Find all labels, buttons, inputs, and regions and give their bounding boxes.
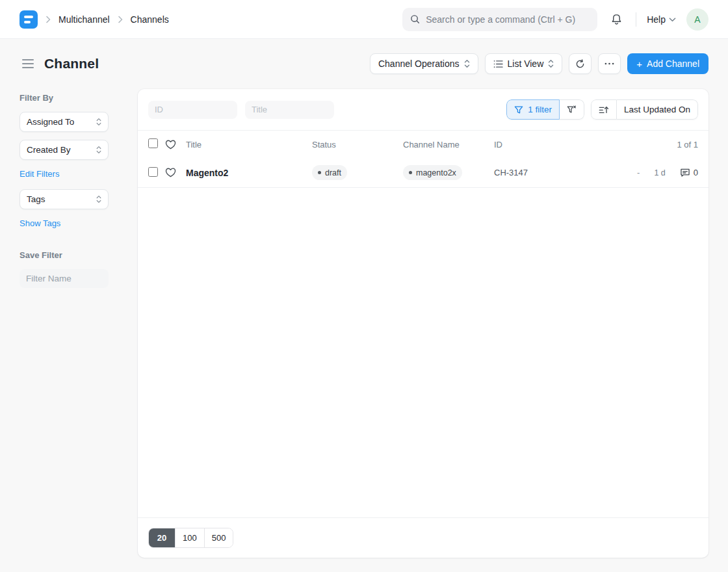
row-title-link[interactable]: Magento2: [186, 168, 312, 178]
filter-sidebar: Filter By Assigned To Created By Edit Fi…: [20, 89, 109, 288]
app-logo-icon[interactable]: [20, 10, 38, 29]
chevron-down-icon: [669, 17, 676, 22]
add-channel-label: Add Channel: [647, 58, 699, 69]
global-search[interactable]: [402, 8, 597, 31]
comment-count[interactable]: 0: [680, 168, 698, 177]
ellipsis-icon: [604, 62, 614, 65]
page-size-20-button[interactable]: 20: [149, 528, 175, 547]
sort-ascending-icon: [599, 105, 609, 114]
like-filter-heart-icon[interactable]: [165, 140, 186, 150]
last-modified: 1 d: [654, 168, 665, 177]
search-icon: [410, 14, 420, 24]
plus-icon: +: [636, 59, 642, 69]
result-count: 1 of 1: [677, 140, 698, 150]
filter-controls: 1 filter Last Updated: [506, 99, 698, 120]
assigned-to-select[interactable]: Assigned To: [20, 112, 109, 132]
search-input[interactable]: [426, 14, 590, 25]
created-by-select[interactable]: Created By: [20, 140, 109, 160]
id-filter-input[interactable]: [148, 101, 237, 119]
active-filters-button[interactable]: 1 filter: [506, 99, 560, 120]
comment-icon: [680, 168, 690, 177]
sort-field-label: Last Updated On: [624, 105, 690, 114]
sort-field-button[interactable]: Last Updated On: [617, 99, 698, 120]
sort-button-group: Last Updated On: [591, 99, 698, 120]
column-channel-name[interactable]: Channel Name: [403, 140, 494, 150]
help-menu-button[interactable]: Help: [647, 14, 676, 25]
list-filter-row: 1 filter Last Updated: [138, 89, 708, 131]
header-actions: Channel Operations List View +: [370, 53, 708, 74]
channel-operations-label: Channel Operations: [378, 58, 460, 69]
like-heart-icon[interactable]: [165, 168, 186, 177]
clear-filters-button[interactable]: [560, 99, 584, 120]
funnel-x-icon: [567, 105, 577, 114]
row-id: CH-3147: [494, 168, 637, 177]
channel-dot-icon: [409, 171, 412, 174]
refresh-icon: [575, 59, 585, 69]
select-caret-icon: [548, 59, 554, 68]
refresh-button[interactable]: [569, 53, 592, 74]
list-header-row: Title Status Channel Name ID 1 of 1: [138, 131, 708, 158]
view-switcher-select[interactable]: List View: [485, 53, 563, 74]
page-header: Channel Channel Operations List View: [0, 39, 728, 75]
status-dot-icon: [318, 171, 321, 174]
table-row[interactable]: Magento2 draft magento2x CH-3147 - 1 d: [138, 158, 708, 188]
filter-count-label: 1 filter: [528, 105, 552, 114]
select-caret-icon: [96, 195, 101, 203]
more-actions-button[interactable]: [598, 53, 621, 74]
save-filter-label: Save Filter: [20, 250, 109, 260]
user-avatar[interactable]: A: [686, 8, 708, 31]
column-id[interactable]: ID: [494, 140, 677, 150]
breadcrumb-channels[interactable]: Channels: [131, 14, 169, 25]
bell-icon: [610, 13, 623, 25]
list-view-icon: [493, 60, 503, 68]
notifications-button[interactable]: [608, 10, 625, 28]
tags-label: Tags: [27, 194, 46, 204]
help-label: Help: [647, 14, 666, 25]
breadcrumb-chevron-icon: [43, 16, 53, 23]
show-tags-link[interactable]: Show Tags: [20, 218, 60, 228]
sort-direction-button[interactable]: [591, 99, 617, 120]
created-by-label: Created By: [27, 145, 71, 155]
filter-by-label: Filter By: [20, 93, 109, 103]
filter-name-input[interactable]: [20, 269, 109, 288]
status-badge: draft: [312, 165, 347, 180]
title-filter-input[interactable]: [245, 101, 334, 119]
channel-name-badge: magento2x: [403, 165, 462, 180]
filter-button-group: 1 filter: [506, 99, 584, 120]
navbar: Multichannel Channels Help A: [0, 0, 728, 39]
add-channel-button[interactable]: + Add Channel: [627, 53, 708, 74]
row-meta: - 1 d 0: [637, 168, 698, 177]
page-size-100-button[interactable]: 100: [175, 528, 204, 547]
page-size-group: 20 100 500: [148, 528, 233, 548]
breadcrumb-multichannel[interactable]: Multichannel: [58, 14, 110, 25]
column-title[interactable]: Title: [186, 140, 312, 150]
row-checkbox[interactable]: [148, 167, 158, 177]
navbar-divider: [636, 12, 636, 27]
select-all-checkbox[interactable]: [148, 138, 158, 148]
select-caret-icon: [96, 118, 101, 126]
assigned-to-label: Assigned To: [27, 117, 74, 127]
page-title: Channel: [44, 56, 99, 72]
sidebar-toggle-button[interactable]: [20, 57, 36, 71]
breadcrumb-chevron-icon: [115, 16, 125, 23]
list-footer: 20 100 500: [138, 517, 708, 558]
content: Filter By Assigned To Created By Edit Fi…: [0, 75, 728, 558]
select-caret-icon: [464, 59, 470, 68]
channel-list-panel: 1 filter Last Updated: [138, 89, 708, 558]
list-view-label: List View: [508, 58, 544, 69]
assigned-placeholder: -: [637, 168, 640, 177]
edit-filters-link[interactable]: Edit Filters: [20, 169, 59, 179]
navbar-right: Help A: [402, 8, 708, 31]
page-size-500-button[interactable]: 500: [204, 528, 233, 547]
select-caret-icon: [96, 146, 101, 154]
column-status[interactable]: Status: [312, 140, 403, 150]
funnel-icon: [514, 105, 523, 114]
channel-operations-select[interactable]: Channel Operations: [370, 53, 478, 74]
tags-select[interactable]: Tags: [20, 189, 109, 209]
list-empty-space: [138, 188, 708, 517]
